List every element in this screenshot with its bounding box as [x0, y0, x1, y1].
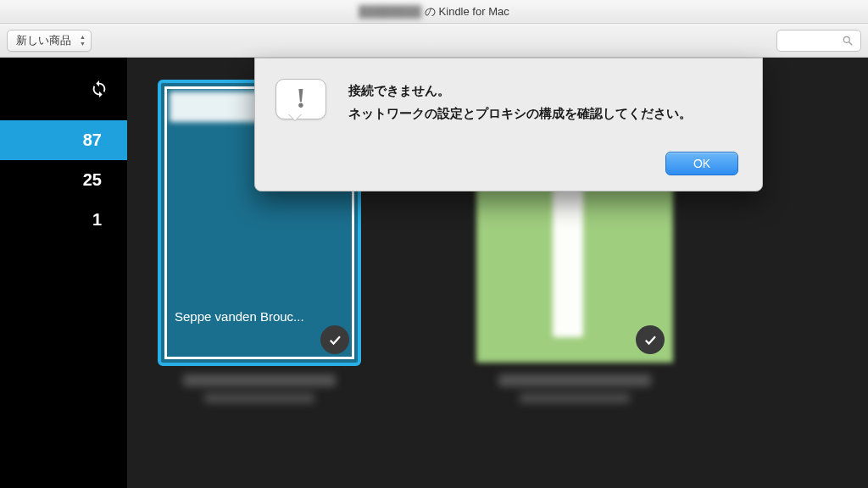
sidebar-item-1[interactable]: 25 — [0, 160, 127, 200]
check-icon — [327, 332, 342, 347]
alert-icon: ! — [275, 79, 330, 133]
ok-button[interactable]: OK — [665, 152, 738, 175]
downloaded-badge — [320, 325, 349, 354]
dialog-title: 接続できません。 — [348, 79, 692, 102]
book-meta-blurred — [476, 374, 673, 403]
titlebar-username-blurred: ████████ — [359, 5, 421, 18]
search-input[interactable] — [776, 30, 861, 52]
sync-icon[interactable] — [90, 80, 108, 102]
book-meta-blurred — [161, 374, 358, 403]
dialog-body-text: ネットワークの設定とプロキシの構成を確認してください。 — [348, 102, 692, 125]
dialog-message: 接続できません。 ネットワークの設定とプロキシの構成を確認してください。 — [348, 79, 692, 125]
check-icon — [643, 332, 658, 347]
dropdown-stepper-icon: ▲▼ — [80, 34, 86, 47]
sidebar-count-2: 1 — [92, 210, 102, 229]
window-titlebar: ████████ の Kindle for Mac — [0, 0, 868, 24]
ok-button-label: OK — [693, 157, 710, 170]
sidebar-item-0[interactable]: 87 — [0, 120, 127, 160]
svg-line-1 — [849, 42, 853, 45]
svg-point-0 — [843, 36, 849, 42]
sidebar-count-1: 25 — [83, 170, 102, 189]
toolbar: 新しい商品 ▲▼ — [0, 24, 868, 58]
sidebar-item-2[interactable]: 1 — [0, 200, 127, 240]
downloaded-badge — [636, 325, 665, 354]
error-dialog: ! 接続できません。 ネットワークの設定とプロキシの構成を確認してください。 O… — [254, 58, 763, 191]
sort-dropdown[interactable]: 新しい商品 ▲▼ — [7, 30, 92, 52]
search-icon — [842, 35, 854, 47]
sidebar: 87 25 1 — [0, 58, 127, 488]
book-author: Seppe vanden Brouc... — [175, 309, 344, 324]
sort-dropdown-label: 新しい商品 — [16, 33, 71, 48]
sidebar-count-0: 87 — [83, 130, 102, 149]
sync-row — [0, 80, 127, 102]
titlebar-suffix: の Kindle for Mac — [425, 4, 509, 19]
